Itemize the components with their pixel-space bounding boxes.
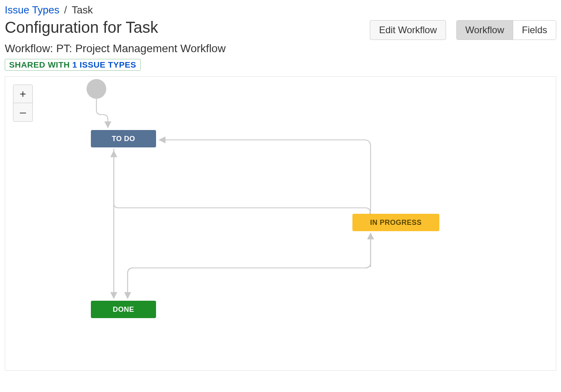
edge-inprogress-to-done bbox=[128, 233, 371, 298]
workflow-start-node[interactable] bbox=[87, 79, 106, 99]
edge-start-to-todo bbox=[96, 99, 108, 128]
status-done[interactable]: DONE bbox=[91, 301, 156, 318]
workflow-edges bbox=[5, 77, 556, 370]
shared-with-badge[interactable]: SHARED WITH 1 ISSUE TYPES bbox=[5, 59, 141, 71]
edit-workflow-button[interactable]: Edit Workflow bbox=[370, 20, 446, 40]
shared-with-prefix: SHARED WITH bbox=[9, 60, 72, 69]
breadcrumb-link-issue-types[interactable]: Issue Types bbox=[5, 4, 59, 16]
status-in-progress[interactable]: IN PROGRESS bbox=[352, 214, 439, 231]
breadcrumb-current: Task bbox=[72, 4, 93, 16]
workflow-subtitle-prefix: Workflow: bbox=[5, 42, 53, 55]
shared-with-suffix: 1 ISSUE TYPES bbox=[72, 60, 136, 69]
zoom-controls: + – bbox=[13, 85, 33, 122]
workflow-subtitle-name: PT: Project Management Workflow bbox=[56, 42, 226, 55]
breadcrumb-separator: / bbox=[64, 4, 67, 16]
zoom-out-button[interactable]: – bbox=[13, 103, 32, 121]
header-actions: Edit Workflow Workflow Fields bbox=[370, 20, 556, 40]
edge-inprogress-to-done-path bbox=[128, 233, 371, 298]
workflow-subtitle: Workflow: PT: Project Management Workflo… bbox=[5, 42, 556, 55]
view-toggle-group: Workflow Fields bbox=[456, 20, 556, 40]
tab-workflow[interactable]: Workflow bbox=[457, 21, 513, 40]
status-todo[interactable]: TO DO bbox=[91, 130, 156, 147]
page-header: Configuration for Task Edit Workflow Wor… bbox=[5, 19, 556, 40]
breadcrumb: Issue Types / Task bbox=[5, 4, 556, 16]
page-title: Configuration for Task bbox=[5, 19, 158, 36]
edge-inprogress-to-todo bbox=[159, 140, 371, 212]
edge-todo-to-inprogress bbox=[114, 149, 370, 213]
workflow-diagram[interactable]: + – bbox=[5, 76, 556, 371]
zoom-in-button[interactable]: + bbox=[13, 85, 32, 103]
tab-fields[interactable]: Fields bbox=[513, 21, 556, 40]
